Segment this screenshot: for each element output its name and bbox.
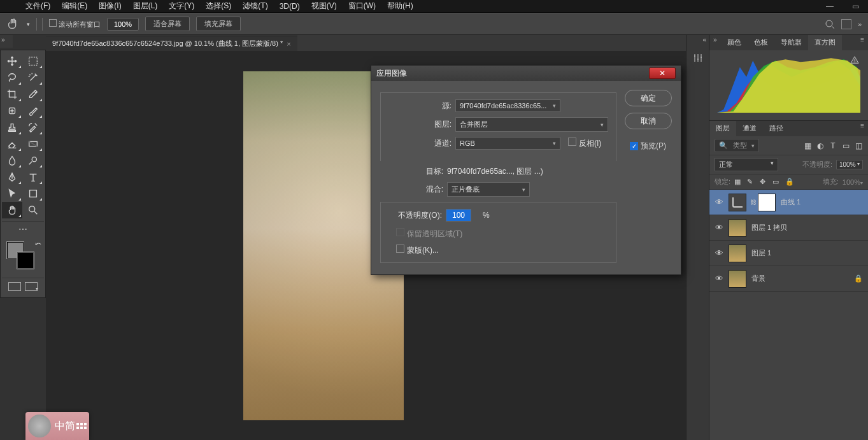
blend-mode-select[interactable]: 正常▾ bbox=[715, 158, 778, 171]
tab-navigator[interactable]: 导航器 bbox=[774, 35, 808, 50]
workspace-icon[interactable] bbox=[841, 19, 851, 29]
marquee-tool[interactable] bbox=[23, 53, 43, 69]
collapse-icon[interactable]: » bbox=[709, 35, 721, 50]
chevron-down-icon[interactable]: ▾ bbox=[27, 21, 30, 27]
lock-trans-icon[interactable]: ▦ bbox=[734, 178, 743, 187]
lasso-tool[interactable] bbox=[2, 69, 22, 86]
visibility-icon[interactable]: 👁 bbox=[709, 274, 729, 283]
menu-type[interactable]: 文字(Y) bbox=[169, 1, 194, 11]
gradient-tool[interactable] bbox=[23, 136, 43, 152]
filter-image-icon[interactable]: ▦ bbox=[803, 141, 812, 150]
lock-pixels-icon[interactable]: ✎ bbox=[747, 178, 756, 187]
menu-filter[interactable]: 滤镜(T) bbox=[243, 1, 267, 11]
opacity-field[interactable]: 100%▾ bbox=[836, 160, 863, 169]
crop-tool[interactable] bbox=[2, 86, 22, 103]
lock-all-icon[interactable]: 🔒 bbox=[785, 178, 794, 187]
lock-artboard-icon[interactable]: ▭ bbox=[772, 178, 781, 187]
search-icon[interactable] bbox=[825, 19, 835, 29]
visibility-icon[interactable]: 👁 bbox=[709, 197, 729, 207]
scroll-all-checkbox[interactable]: 滚动所有窗口 bbox=[49, 19, 101, 29]
swap-colors-icon[interactable]: ⤺ bbox=[35, 239, 41, 248]
cancel-button[interactable]: 取消 bbox=[625, 113, 672, 129]
hand-tool[interactable] bbox=[2, 202, 22, 218]
panel-arrows-icon[interactable]: » bbox=[858, 20, 862, 28]
tab-swatches[interactable]: 色板 bbox=[748, 35, 774, 50]
menu-edit[interactable]: 编辑(E) bbox=[62, 1, 87, 11]
layer-row[interactable]: 👁图层 1 bbox=[709, 241, 868, 266]
ime-grid-icon[interactable] bbox=[76, 423, 87, 429]
source-select[interactable]: 9f7040fd7de65ac8336c65...▾ bbox=[455, 99, 560, 112]
dialog-close-button[interactable]: ✕ bbox=[649, 67, 676, 79]
left-panel-collapse[interactable]: » bbox=[0, 35, 13, 48]
lock-pos-icon[interactable]: ✥ bbox=[760, 178, 769, 187]
filter-type-icon[interactable]: T bbox=[829, 141, 837, 150]
expand-arrows-icon[interactable]: « bbox=[687, 35, 709, 46]
shape-tool[interactable] bbox=[23, 185, 43, 202]
window-restore-button[interactable]: ▭ bbox=[843, 0, 868, 13]
path-select-tool[interactable] bbox=[2, 185, 22, 202]
move-tool[interactable] bbox=[2, 53, 22, 69]
screenmode-icon[interactable]: ▾ bbox=[25, 282, 38, 291]
invert-checkbox[interactable]: 反相(I) bbox=[568, 138, 605, 149]
filter-shape-icon[interactable]: ▭ bbox=[841, 141, 850, 150]
fill-field[interactable]: 100%▾ bbox=[843, 178, 863, 186]
healing-tool[interactable] bbox=[2, 103, 22, 119]
tab-layers[interactable]: 图层 bbox=[709, 121, 736, 136]
layer-select[interactable]: 合并图层▾ bbox=[455, 117, 608, 132]
layer-row[interactable]: 👁⛓曲线 1 bbox=[709, 190, 868, 215]
layer-filter-type[interactable]: 🔍类型▾ bbox=[715, 139, 759, 152]
menu-help[interactable]: 帮助(H) bbox=[387, 1, 413, 11]
filter-adjust-icon[interactable]: ◐ bbox=[816, 141, 825, 150]
dodge-tool[interactable] bbox=[23, 152, 43, 169]
mask-checkbox[interactable]: 蒙版(K)... bbox=[396, 245, 443, 256]
menu-layer[interactable]: 图层(L) bbox=[133, 1, 158, 11]
layer-row[interactable]: 👁背景🔒 bbox=[709, 266, 868, 292]
layer-row[interactable]: 👁图层 1 拷贝 bbox=[709, 215, 868, 241]
pen-tool[interactable] bbox=[2, 169, 22, 185]
menu-window[interactable]: 窗口(W) bbox=[348, 1, 376, 11]
ime-indicator[interactable]: 中简 bbox=[25, 412, 89, 440]
ok-button[interactable]: 确定 bbox=[625, 90, 672, 106]
color-swatches[interactable]: ⤺ bbox=[4, 239, 41, 273]
hand-tool-icon[interactable] bbox=[6, 17, 20, 31]
blend-select[interactable]: 正片叠底▾ bbox=[447, 182, 530, 197]
adjustments-icon[interactable] bbox=[689, 49, 707, 67]
background-swatch[interactable] bbox=[17, 252, 34, 269]
stamp-tool[interactable] bbox=[2, 119, 22, 136]
visibility-icon[interactable]: 👁 bbox=[709, 248, 729, 258]
filter-smart-icon[interactable]: ◫ bbox=[854, 141, 863, 150]
menu-file[interactable]: 文件(F) bbox=[25, 1, 50, 11]
document-tab[interactable]: 9f7040fd7de65ac8336c657c6524e733.jpg @ 1… bbox=[46, 36, 297, 51]
histogram-warning-icon[interactable]: ! bbox=[850, 55, 859, 64]
tab-paths[interactable]: 路径 bbox=[763, 121, 790, 136]
window-minimize-button[interactable]: — bbox=[817, 0, 843, 13]
eyedropper-tool[interactable] bbox=[23, 86, 43, 103]
wand-tool[interactable] bbox=[23, 69, 43, 86]
eraser-tool[interactable] bbox=[2, 136, 22, 152]
menu-image[interactable]: 图像(I) bbox=[99, 1, 121, 11]
more-tools-icon[interactable]: ⋯ bbox=[2, 224, 44, 234]
visibility-icon[interactable]: 👁 bbox=[709, 223, 729, 232]
dlg-opacity-input[interactable]: 100 bbox=[446, 209, 471, 222]
fit-screen-button[interactable]: 适合屏幕 bbox=[145, 17, 190, 31]
menu-3d[interactable]: 3D(D) bbox=[280, 2, 300, 11]
brush-tool[interactable] bbox=[23, 103, 43, 119]
menu-select[interactable]: 选择(S) bbox=[206, 1, 231, 11]
history-brush-tool[interactable] bbox=[23, 119, 43, 136]
dialog-titlebar[interactable]: 应用图像 ✕ bbox=[371, 66, 681, 81]
channel-select[interactable]: RGB▾ bbox=[455, 137, 560, 150]
zoom-tool[interactable] bbox=[23, 202, 43, 218]
quickmask-icon[interactable] bbox=[8, 282, 21, 291]
tab-color[interactable]: 颜色 bbox=[721, 35, 748, 50]
panel-menu-icon[interactable]: ≡ bbox=[857, 35, 868, 50]
tab-histogram[interactable]: 直方图 bbox=[808, 35, 842, 50]
preview-checkbox[interactable]: ✓预览(P) bbox=[630, 141, 666, 152]
blur-tool[interactable] bbox=[2, 152, 22, 169]
tab-channels[interactable]: 通道 bbox=[736, 121, 763, 136]
layer-panel-menu-icon[interactable]: ≡ bbox=[857, 121, 868, 136]
fill-screen-button[interactable]: 填充屏幕 bbox=[196, 17, 241, 31]
type-tool[interactable] bbox=[23, 169, 43, 185]
close-tab-icon[interactable]: × bbox=[287, 40, 290, 48]
zoom-field[interactable]: 100% bbox=[107, 18, 139, 31]
menu-view[interactable]: 视图(V) bbox=[311, 1, 337, 11]
